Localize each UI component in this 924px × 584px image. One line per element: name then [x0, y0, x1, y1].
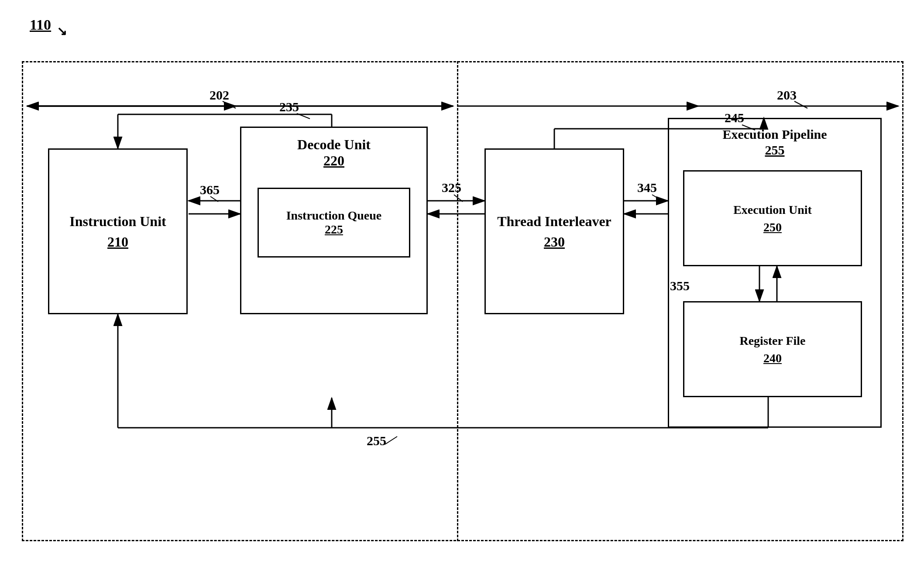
- thread-interleaver-number: 230: [544, 234, 565, 250]
- execution-unit-title: Execution Unit: [733, 202, 812, 218]
- register-file-number: 240: [763, 351, 782, 365]
- execution-pipeline-number: 255: [669, 143, 880, 158]
- instruction-unit-number: 210: [107, 234, 128, 250]
- instruction-unit-title: Instruction Unit: [69, 213, 166, 231]
- register-file-title: Register File: [739, 333, 805, 349]
- execution-unit-box: Execution Unit 250: [683, 170, 862, 266]
- decode-unit-title: Decode Unit: [241, 137, 426, 153]
- diagram-label-110: 110: [30, 17, 51, 33]
- diagram-container: 110 ↘ Instruction Unit 210 Decode Unit 2…: [0, 0, 924, 584]
- decode-unit-number: 220: [241, 153, 426, 169]
- instruction-queue-number: 225: [325, 223, 343, 237]
- register-file-box: Register File 240: [683, 301, 862, 397]
- diagram-arrow-indicator: ↘: [57, 24, 67, 38]
- execution-unit-number: 250: [763, 220, 782, 234]
- thread-interleaver-title: Thread Interleaver: [497, 213, 611, 231]
- instruction-queue-title: Instruction Queue: [286, 209, 382, 223]
- execution-pipeline-title: Execution Pipeline: [669, 126, 880, 143]
- instruction-unit-box: Instruction Unit 210: [48, 148, 188, 314]
- instruction-queue-box: Instruction Queue 225: [258, 188, 410, 258]
- thread-interleaver-box: Thread Interleaver 230: [484, 148, 624, 314]
